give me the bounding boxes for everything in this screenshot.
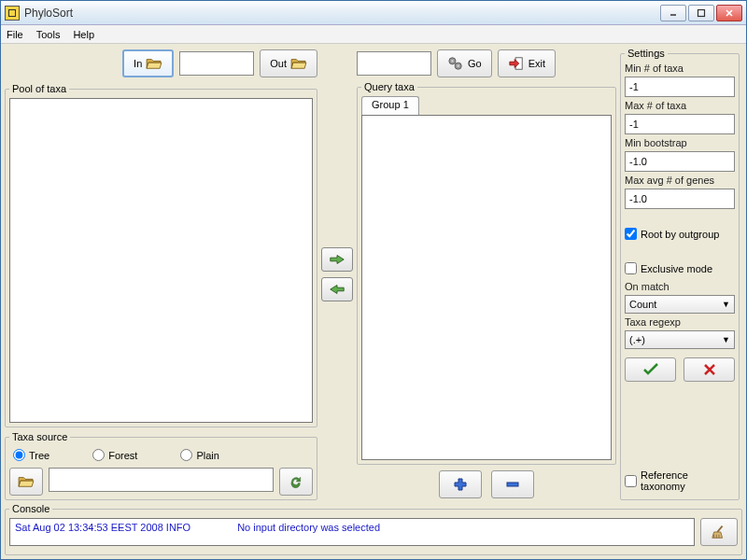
- plus-icon: [453, 477, 468, 492]
- refresh-button[interactable]: [279, 468, 313, 496]
- query-fieldset: Query taxa Group 1: [357, 81, 616, 465]
- go-button[interactable]: Go: [437, 49, 492, 77]
- exclusive-check[interactable]: Exclusive mode: [625, 262, 735, 274]
- exit-label: Exit: [529, 58, 545, 69]
- refresh-icon: [288, 474, 304, 489]
- folder-open-icon: [18, 475, 35, 488]
- exclusive-input[interactable]: [625, 262, 637, 274]
- chevron-down-icon: ▼: [722, 335, 730, 344]
- max-taxa-label: Max # of taxa: [625, 100, 735, 111]
- gears-icon: [447, 56, 464, 71]
- pool-listbox[interactable]: [9, 98, 313, 423]
- on-match-combo[interactable]: Count ▼: [625, 295, 735, 314]
- svg-line-12: [717, 526, 722, 532]
- radio-tree-input[interactable]: [13, 449, 25, 461]
- taxa-source-path-field[interactable]: [49, 468, 274, 492]
- folder-open-icon: [290, 57, 307, 70]
- min-bootstrap-label: Min bootstrap: [625, 137, 735, 148]
- minimize-button[interactable]: [660, 5, 686, 21]
- taxa-regexp-combo[interactable]: (.+) ▼: [625, 330, 735, 349]
- arrow-left-icon: [329, 283, 345, 296]
- right-column: Settings Min # of taxa Max # of taxa Min…: [620, 48, 740, 500]
- min-bootstrap-input[interactable]: [625, 151, 735, 172]
- remove-from-query-button[interactable]: [321, 277, 353, 301]
- out-button[interactable]: Out: [260, 49, 317, 77]
- query-listbox[interactable]: [361, 115, 612, 460]
- app-window: PhyloSort File Tools Help In Out: [0, 0, 747, 560]
- radio-forest[interactable]: Forest: [92, 449, 137, 461]
- check-icon: [642, 363, 659, 376]
- exit-icon: [508, 56, 525, 71]
- transfer-column: [321, 48, 353, 500]
- taxa-source-radios: Tree Forest Plain: [9, 446, 313, 464]
- console-row: Sat Aug 02 13:34:53 EEST 2008 INFO No in…: [9, 518, 738, 546]
- go-label: Go: [468, 58, 482, 69]
- radio-plain[interactable]: Plain: [180, 449, 218, 461]
- radio-plain-label: Plain: [196, 450, 218, 461]
- taxa-regexp-value: (.+): [629, 334, 645, 345]
- exit-button[interactable]: Exit: [498, 49, 556, 77]
- console-message: No input directory was selected: [237, 522, 380, 542]
- in-path-field[interactable]: [179, 51, 254, 76]
- console-timestamp: Sat Aug 02 13:34:53 EEST 2008 INFO: [15, 522, 190, 542]
- root-outgroup-input[interactable]: [625, 228, 637, 240]
- exclusive-label: Exclusive mode: [641, 263, 712, 274]
- action-toolbar: Go Exit: [357, 48, 616, 81]
- root-outgroup-check[interactable]: Root by outgroup: [625, 228, 735, 240]
- out-path-field[interactable]: [357, 51, 431, 76]
- svg-point-7: [451, 60, 453, 62]
- radio-forest-input[interactable]: [92, 449, 105, 461]
- settings-apply-row: [625, 357, 735, 382]
- menubar: File Tools Help: [1, 25, 746, 44]
- reference-tax-label: Reference taxonomy: [641, 469, 735, 492]
- radio-forest-label: Forest: [108, 450, 137, 461]
- maximize-button[interactable]: [688, 5, 714, 21]
- svg-rect-3: [698, 9, 705, 16]
- folder-open-icon: [146, 57, 162, 70]
- on-match-label: On match: [625, 281, 735, 292]
- radio-tree[interactable]: Tree: [13, 449, 49, 461]
- out-label: Out: [270, 58, 287, 69]
- query-legend: Query taxa: [361, 81, 417, 92]
- tab-group-1[interactable]: Group 1: [361, 96, 419, 115]
- pool-fieldset: Pool of taxa: [5, 83, 317, 427]
- arrow-right-icon: [329, 253, 345, 266]
- group-buttons: [357, 465, 616, 500]
- console-legend: Console: [9, 503, 52, 514]
- reference-tax-check[interactable]: Reference taxonomy: [625, 469, 735, 492]
- close-button[interactable]: [716, 5, 742, 21]
- min-taxa-input[interactable]: [625, 77, 735, 97]
- menu-file[interactable]: File: [7, 29, 23, 40]
- radio-plain-input[interactable]: [180, 449, 192, 461]
- max-genes-input[interactable]: [625, 189, 735, 209]
- add-to-query-button[interactable]: [321, 247, 353, 272]
- menu-help[interactable]: Help: [73, 29, 94, 40]
- window-title: PhyloSort: [24, 7, 660, 20]
- center-column: Go Exit Query taxa Group 1: [357, 48, 616, 500]
- settings-legend: Settings: [625, 48, 668, 59]
- clear-console-button[interactable]: [700, 518, 738, 546]
- taxa-source-fieldset: Taxa source Tree Forest Plain: [5, 431, 317, 500]
- accept-button[interactable]: [625, 357, 676, 382]
- taxa-source-browse-button[interactable]: [9, 468, 43, 496]
- minus-icon: [505, 477, 520, 492]
- max-taxa-input[interactable]: [625, 114, 735, 134]
- app-icon: [5, 6, 20, 21]
- titlebar: PhyloSort: [1, 1, 746, 25]
- menu-tools[interactable]: Tools: [36, 29, 61, 40]
- pool-legend: Pool of taxa: [9, 83, 69, 94]
- in-button[interactable]: In: [122, 49, 174, 77]
- in-label: In: [134, 58, 142, 69]
- chevron-down-icon: ▼: [722, 300, 730, 309]
- add-group-button[interactable]: [439, 470, 482, 498]
- remove-group-button[interactable]: [491, 470, 534, 498]
- x-icon: [703, 363, 716, 376]
- svg-rect-1: [9, 10, 15, 16]
- reject-button[interactable]: [684, 357, 735, 382]
- io-toolbar: In Out: [5, 48, 317, 81]
- taxa-source-legend: Taxa source: [9, 431, 70, 442]
- console-output[interactable]: Sat Aug 02 13:34:53 EEST 2008 INFO No in…: [9, 518, 695, 546]
- taxa-source-bottom: [9, 468, 313, 496]
- reference-tax-input[interactable]: [625, 475, 637, 487]
- radio-tree-label: Tree: [29, 450, 49, 461]
